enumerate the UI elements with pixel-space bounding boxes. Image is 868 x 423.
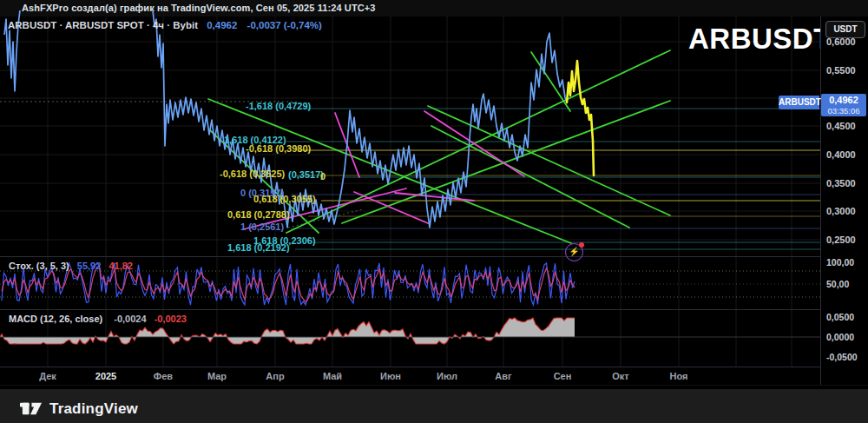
axis-tick: 0,2500 (826, 235, 856, 245)
stoch-legend[interactable]: Стох. (3, 5, 3) 55,92 41,82 (9, 261, 133, 271)
time-axis-month[interactable]: Апр (266, 371, 284, 381)
legend-change: -0,0037 (-0,74%) (247, 20, 322, 30)
tradingview-logo[interactable]: TradingView (19, 397, 138, 420)
time-axis-month[interactable]: Окт (612, 371, 628, 381)
axis-tick: 0,0000 (826, 332, 854, 342)
time-axis-month[interactable]: Ноя (670, 371, 688, 381)
legend-last-price: 0,4962 (207, 20, 237, 30)
axis-separator (0, 385, 868, 386)
fib-label[interactable]: 0 (320, 171, 326, 182)
axis-tick: -0,0500 (826, 352, 858, 362)
time-axis-month[interactable]: Июн (380, 371, 401, 381)
tradingview-logo-text: TradingView (49, 400, 138, 418)
symbol-watermark: ARBUSDT (688, 23, 796, 56)
fib-label[interactable]: 1,618 (0,2192) (227, 242, 290, 253)
fib-label[interactable]: 1 (0,2561) (240, 221, 284, 232)
time-axis-month[interactable]: Авг (495, 371, 511, 381)
time-axis-month[interactable]: Фев (154, 371, 173, 381)
axis-tick: 100,00 (826, 257, 854, 268)
last-price-label: 0,4962 03:35:06 (821, 94, 866, 116)
pane-separator[interactable] (0, 256, 868, 257)
pane-separator[interactable] (0, 309, 868, 310)
axis-tick: 0,4500 (826, 121, 856, 131)
trendline-green[interactable] (531, 52, 570, 111)
time-axis-month[interactable]: Май (323, 371, 342, 381)
fib-label[interactable]: -0,618 (0,3525) (220, 169, 285, 179)
chart-canvas[interactable] (0, 0, 868, 385)
time-axis-month[interactable]: Июл (437, 371, 457, 381)
axis-tick: 0,3000 (826, 206, 856, 216)
stoch-k-value: 55,92 (77, 261, 102, 271)
stoch-d-value: 41,82 (108, 261, 133, 271)
macd-signal-value: -0,0023 (155, 314, 187, 324)
lightning-event-icon[interactable]: ⚡ (565, 243, 583, 261)
footer-bar: TradingView (0, 389, 868, 423)
currency-toggle-button[interactable]: USDT (825, 21, 865, 38)
fib-label[interactable]: -0,618 (0,3980) (246, 143, 311, 154)
chart-legend[interactable]: ARBUSDT · ARBUSDT SPOT · 4ч · Bybit 0,49… (8, 20, 322, 30)
last-price-value: 0,4962 (821, 95, 866, 106)
axis-tick: 50,00 (826, 279, 849, 289)
fib-label[interactable]: 0,618 (0,3055) (253, 194, 316, 204)
symbol-price-tag: ARBUSDT (779, 96, 819, 109)
axis-tick: 0,5500 (826, 65, 856, 76)
fib-label[interactable]: (0,3517) (288, 169, 324, 180)
time-axis-month[interactable]: Дек (39, 371, 56, 381)
axis-tick: 0,4000 (826, 149, 856, 160)
tradingview-chart-page: AshFXPro создал(а) график на TradingView… (0, 0, 868, 423)
fib-label[interactable]: 0,618 (0,2788) (227, 209, 290, 220)
notification-dot (579, 242, 584, 248)
time-axis-year[interactable]: 2025 (95, 371, 116, 381)
axis-tick: 0,3500 (826, 178, 856, 188)
macd-value: -0,0024 (114, 314, 146, 324)
bar-countdown: 03:35:06 (821, 106, 866, 116)
time-axis[interactable]: Дек2025ФевМарАпрМайИюнИюлАвгСенОктНоя (0, 367, 820, 385)
time-axis-month[interactable]: Сен (554, 371, 572, 381)
macd-title[interactable]: MACD (12, 26, close) (9, 314, 102, 324)
axis-tick: 0,0500 (826, 312, 854, 322)
stoch-title[interactable]: Стох. (3, 5, 3) (9, 261, 69, 271)
macd-legend[interactable]: MACD (12, 26, close) -0,0024 -0,0023 (9, 314, 187, 324)
tradingview-logo-icon (19, 397, 43, 420)
fib-label[interactable]: -1,618 (0,4729) (246, 101, 311, 111)
price-line-highlight[interactable] (567, 61, 594, 175)
legend-symbol[interactable]: ARBUSDT · ARBUSDT SPOT · 4ч · Bybit (8, 20, 198, 30)
axis-tick: 0,6000 (826, 36, 856, 47)
time-axis-month[interactable]: Мар (207, 371, 227, 381)
